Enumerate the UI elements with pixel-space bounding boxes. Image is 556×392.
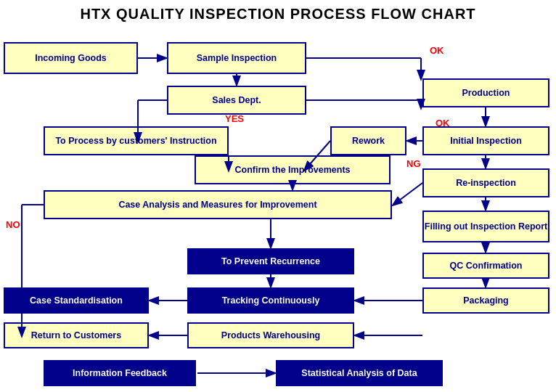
qc-confirmation: QC Confirmation (422, 253, 549, 279)
packaging: Packaging (422, 287, 549, 314)
products-warehousing: Products Warehousing (187, 322, 354, 348)
svg-line-14 (393, 183, 422, 205)
statistical-analysis: Statistical Analysis of Data (276, 360, 443, 386)
incoming-goods: Incoming Goods (4, 42, 138, 74)
reinspection: Re-inspection (422, 168, 549, 197)
label-ok1: OK (430, 45, 444, 56)
page-title: HTX QUALITY INSPECTION PROCESS FLOW CHAR… (0, 0, 556, 25)
filling-out: Filling out Inspection Report (422, 211, 549, 242)
confirm-improvements: Confirm the Improvements (195, 155, 391, 184)
label-yes: YES (225, 113, 244, 124)
information-feedback: Information Feedback (44, 360, 196, 386)
case-analysis: Case Analysis and Measures for Improveme… (44, 190, 392, 219)
return-to-customers: Return to Customers (4, 322, 149, 348)
initial-inspection: Initial Inspection (422, 126, 549, 155)
tracking-continuously: Tracking Continuously (187, 287, 354, 314)
label-no: NO (6, 219, 20, 230)
case-standardisation: Case Standardisation (4, 287, 149, 314)
sample-inspection: Sample Inspection (167, 42, 306, 74)
to-prevent: To Prevent Recurrence (187, 248, 354, 274)
chart-container: HTX QUALITY INSPECTION PROCESS FLOW CHAR… (0, 0, 556, 392)
label-ng: NG (406, 158, 421, 169)
production: Production (422, 78, 549, 107)
to-process: To Process by customers' Instruction (44, 126, 229, 155)
sales-dept: Sales Dept. (167, 86, 306, 115)
rework: Rework (330, 126, 406, 155)
